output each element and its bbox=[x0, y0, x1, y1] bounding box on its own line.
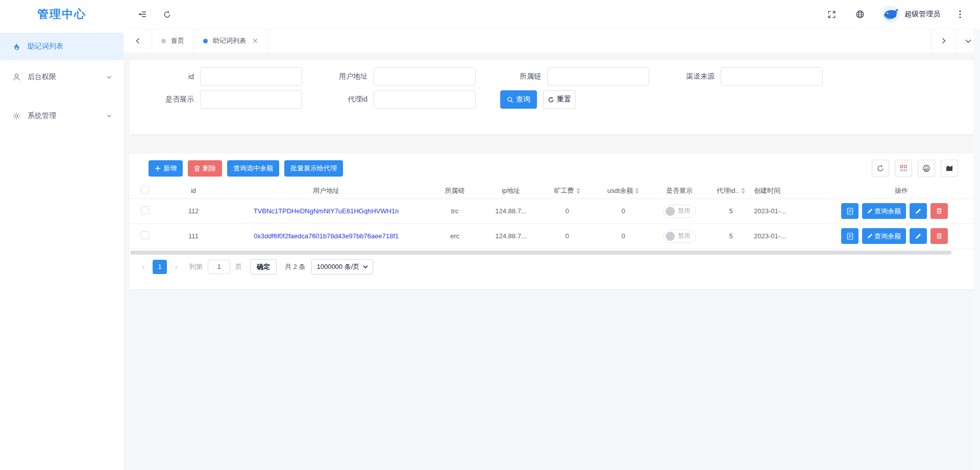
batch-show-agent-button[interactable]: 批量展示给代理 bbox=[284, 160, 343, 177]
is-show-input[interactable] bbox=[200, 90, 302, 109]
edit-button[interactable] bbox=[910, 228, 927, 244]
chevron-down-icon bbox=[106, 113, 112, 119]
tab-label: 助记词列表 bbox=[213, 36, 246, 45]
id-input[interactable] bbox=[200, 67, 302, 86]
col-address: 用户地址 bbox=[226, 183, 426, 199]
username[interactable]: 超级管理员 bbox=[904, 10, 940, 19]
print-icon[interactable] bbox=[918, 160, 935, 177]
agent-id-input[interactable] bbox=[374, 90, 476, 109]
cell-created: 2023-01-... bbox=[754, 224, 829, 249]
edit-button[interactable] bbox=[910, 203, 927, 219]
chevron-down-icon bbox=[106, 74, 112, 80]
tab-mnemonic-list[interactable]: 助记词列表 ✕ bbox=[194, 29, 268, 53]
query-selected-balance-button[interactable]: 查询选中余额 bbox=[227, 160, 279, 177]
table-header-row: id 用户地址 所属链 ip地址 旷工费 usdt余额 是否展示 代理id.. … bbox=[129, 183, 973, 199]
horizontal-scrollbar-thumb[interactable] bbox=[130, 251, 951, 255]
sort-icon[interactable] bbox=[576, 188, 580, 194]
col-show: 是否展示 bbox=[651, 183, 708, 199]
user-address-input[interactable] bbox=[374, 67, 476, 86]
toggle-knob bbox=[666, 207, 675, 216]
table-toolbar: 新增 删除 查询选中余额 批量展示给代理 bbox=[129, 160, 973, 183]
table-panel: 新增 删除 查询选中余额 批量展示给代理 bbox=[129, 154, 973, 289]
sidebar-menu: 助记词列表 后台权限 系统管理 bbox=[0, 29, 124, 130]
app-logo: 管理中心 bbox=[0, 0, 124, 29]
col-usdt-balance: usdt余额 bbox=[596, 183, 651, 199]
cell-ip: 124.88.7... bbox=[483, 199, 538, 224]
tabs-scroll-left-icon[interactable] bbox=[124, 29, 152, 53]
prev-page-icon[interactable]: ‹ bbox=[137, 263, 150, 271]
col-agent-id: 代理id.. bbox=[708, 183, 754, 199]
add-button[interactable]: 新增 bbox=[149, 160, 183, 177]
select-all-checkbox[interactable] bbox=[141, 186, 149, 194]
total-count: 共 2 条 bbox=[285, 262, 305, 271]
field-label-address: 用户地址 bbox=[315, 72, 374, 81]
sidebar-item-backend-permission[interactable]: 后台权限 bbox=[0, 63, 124, 91]
row-delete-button[interactable] bbox=[930, 203, 948, 219]
chain-input[interactable] bbox=[547, 67, 649, 86]
detail-button[interactable] bbox=[841, 203, 859, 219]
sort-icon[interactable] bbox=[741, 188, 745, 194]
goto-confirm-button[interactable]: 确定 bbox=[250, 259, 277, 275]
window-scrollbar-gutter[interactable] bbox=[973, 29, 980, 470]
cell-id: 111 bbox=[161, 224, 226, 249]
goto-unit: 页 bbox=[235, 262, 242, 271]
kebab-menu-icon[interactable] bbox=[951, 6, 969, 23]
address-link[interactable]: TVBNc1TPDHeDNgNmNtY7uE61HGqhHVWH1n bbox=[254, 207, 399, 215]
avatar[interactable] bbox=[882, 6, 899, 23]
row-checkbox[interactable] bbox=[141, 206, 149, 214]
collapse-sidebar-icon[interactable] bbox=[134, 6, 151, 23]
sidebar-item-mnemonic-list[interactable]: 助记词列表 bbox=[0, 33, 124, 60]
goto-prefix: 到第 bbox=[189, 262, 203, 271]
table-refresh-icon[interactable] bbox=[872, 160, 889, 177]
trash-icon bbox=[194, 165, 200, 172]
query-balance-button[interactable]: 查询余额 bbox=[862, 203, 906, 219]
sidebar-item-label: 后台权限 bbox=[28, 72, 56, 82]
row-checkbox[interactable] bbox=[141, 231, 149, 239]
close-icon[interactable]: ✕ bbox=[252, 37, 258, 44]
tab-label: 首页 bbox=[171, 36, 184, 45]
detail-button[interactable] bbox=[841, 228, 859, 244]
top-header: 超级管理员 bbox=[124, 0, 980, 29]
cell-agent-id: 5 bbox=[708, 199, 754, 224]
cell-miner-fee: 0 bbox=[538, 199, 596, 224]
show-toggle[interactable]: 禁用 bbox=[663, 205, 696, 218]
row-delete-button[interactable] bbox=[930, 228, 948, 244]
cell-chain: erc bbox=[426, 224, 483, 249]
chevron-down-icon bbox=[363, 265, 368, 269]
table-row: 111 0x3ddf6f0f2faedca7601b78d43e97bb76ae… bbox=[129, 224, 973, 249]
page-number-current[interactable]: 1 bbox=[153, 260, 167, 274]
field-label-chain: 所属链 bbox=[488, 72, 547, 81]
show-toggle[interactable]: 禁用 bbox=[663, 230, 696, 243]
next-page-icon[interactable]: › bbox=[170, 263, 182, 271]
address-link[interactable]: 0x3ddf6f0f2faedca7601b78d43e97bb76aee718… bbox=[254, 232, 399, 240]
field-label-id: id bbox=[141, 72, 200, 81]
sort-icon[interactable] bbox=[635, 188, 639, 194]
flame-icon bbox=[12, 42, 21, 51]
page-content: id 用户地址 所属链 渠道来源 是否展示 bbox=[124, 53, 980, 470]
export-icon[interactable] bbox=[941, 160, 958, 177]
plus-icon bbox=[155, 165, 161, 171]
delete-button[interactable]: 删除 bbox=[188, 160, 222, 177]
columns-icon[interactable] bbox=[895, 160, 912, 177]
search-panel: id 用户地址 所属链 渠道来源 是否展示 bbox=[129, 60, 973, 134]
table-row: 112 TVBNc1TPDHeDNgNmNtY7uE61HGqhHVWH1n t… bbox=[129, 199, 973, 224]
fullscreen-icon[interactable] bbox=[823, 6, 840, 23]
refresh-icon[interactable] bbox=[158, 6, 176, 23]
tab-home[interactable]: 首页 bbox=[152, 29, 194, 53]
cell-id: 112 bbox=[161, 199, 226, 224]
query-balance-button[interactable]: 查询余额 bbox=[862, 228, 906, 244]
goto-page-input[interactable] bbox=[208, 260, 230, 274]
field-label-show: 是否展示 bbox=[141, 95, 200, 104]
sidebar-item-system-management[interactable]: 系统管理 bbox=[0, 102, 124, 130]
pagination: ‹ 1 › 到第 页 确定 共 2 条 1000000 条/页 bbox=[129, 255, 973, 275]
globe-icon[interactable] bbox=[851, 6, 869, 23]
tabs-scroll-right-icon[interactable] bbox=[931, 29, 955, 53]
page-size-select[interactable]: 1000000 条/页 bbox=[311, 259, 373, 275]
col-chain: 所属链 bbox=[426, 183, 483, 199]
toggle-knob bbox=[666, 232, 675, 241]
query-button[interactable]: 查询 bbox=[500, 90, 537, 109]
cell-ip: 124.88.7... bbox=[483, 224, 538, 249]
field-label-agent-id: 代理id bbox=[315, 95, 374, 104]
channel-source-input[interactable] bbox=[721, 67, 823, 86]
reset-button[interactable]: 重置 bbox=[543, 90, 576, 109]
